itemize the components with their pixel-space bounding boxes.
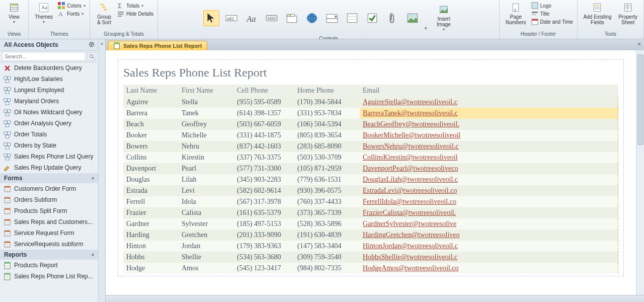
cell-first[interactable]: Pearl bbox=[179, 163, 234, 174]
cell-first[interactable]: Shellie bbox=[179, 252, 234, 263]
cell-last[interactable]: Ferrell bbox=[123, 196, 179, 207]
cell-last[interactable]: Collins bbox=[123, 152, 179, 163]
nav-item-report-1[interactable]: Sales Reps Phone List Rep... bbox=[0, 271, 98, 282]
cell-cell-phone[interactable]: (161) 635-5379 bbox=[234, 207, 294, 218]
cell-email[interactable]: GardnerSylvester@twotreesolive bbox=[360, 218, 618, 230]
cell-last[interactable]: Hinton bbox=[123, 241, 179, 252]
cell-home-phone[interactable]: (984) 802-7335 bbox=[294, 263, 360, 274]
group-sort-button[interactable]: Group & Sort bbox=[94, 1, 114, 26]
totals-button[interactable]: Σ Totals ▾ bbox=[117, 2, 153, 9]
tab-close-button[interactable]: × bbox=[637, 41, 641, 48]
datetime-button[interactable]: Date and Time bbox=[531, 18, 573, 25]
cell-home-phone[interactable]: (503) 530-3709 bbox=[294, 152, 360, 163]
cell-first[interactable]: Stella bbox=[179, 97, 234, 108]
hide-details-button[interactable]: Hide Details bbox=[117, 10, 153, 17]
nav-item-form-0[interactable]: Customers Order Form bbox=[0, 183, 98, 194]
cell-cell-phone[interactable]: (955) 595-0589 bbox=[234, 97, 294, 108]
cell-last[interactable]: Harding bbox=[123, 230, 179, 241]
button-control[interactable]: xxxx bbox=[264, 10, 280, 26]
search-input[interactable] bbox=[2, 52, 86, 61]
cell-home-phone[interactable]: (331) 953-7834 bbox=[294, 108, 360, 119]
cell-first[interactable]: Idola bbox=[179, 196, 234, 207]
cell-email[interactable]: AguirreStella@twotreesoliveoil.c bbox=[360, 97, 618, 108]
cell-cell-phone[interactable]: (337) 763-3375 bbox=[234, 152, 294, 163]
cell-first[interactable]: Michelle bbox=[179, 130, 234, 141]
cell-home-phone[interactable]: (805) 839-3654 bbox=[294, 130, 360, 141]
cell-last[interactable]: Booker bbox=[123, 130, 179, 141]
cell-cell-phone[interactable]: (331) 443-1875 bbox=[234, 130, 294, 141]
cell-cell-phone[interactable]: (185) 497-5153 bbox=[234, 218, 294, 230]
cell-cell-phone[interactable]: (503) 667-6059 bbox=[234, 119, 294, 130]
cell-cell-phone[interactable]: (577) 731-3300 bbox=[234, 163, 294, 174]
listbox-control[interactable] bbox=[344, 10, 360, 26]
nav-header[interactable]: All Access Objects ⓥ bbox=[0, 39, 98, 51]
tab-control[interactable] bbox=[284, 10, 300, 26]
cell-home-phone[interactable]: (105) 871-2959 bbox=[294, 163, 360, 174]
cell-last[interactable]: Gardner bbox=[123, 218, 179, 230]
cell-email[interactable]: DouglasLilah@twotreesoliveoil.c bbox=[360, 174, 618, 185]
cell-home-phone[interactable]: (147) 583-3404 bbox=[294, 241, 360, 252]
cell-cell-phone[interactable]: (179) 383-9363 bbox=[234, 241, 294, 252]
cell-email[interactable]: HodgeAmos@twotreesoliveoil.co bbox=[360, 263, 618, 274]
cell-email[interactable]: HobbsShellie@twotreesoliveoil.c bbox=[360, 252, 618, 263]
cell-first[interactable]: Lilah bbox=[179, 174, 234, 185]
cell-cell-phone[interactable]: (837) 442-1603 bbox=[234, 141, 294, 152]
nav-item-query-1[interactable]: High/Low Salaries bbox=[0, 73, 98, 85]
nav-item-form-3[interactable]: Sales Reps and Customers... bbox=[0, 216, 98, 228]
vertical-scrollbar[interactable] bbox=[636, 50, 644, 295]
cell-email[interactable]: FrazierCalista@twotreesoliveoil. bbox=[360, 207, 618, 218]
cell-home-phone[interactable]: (170) 394-5844 bbox=[294, 97, 360, 108]
cell-last[interactable]: Hobbs bbox=[123, 252, 179, 263]
cell-first[interactable]: Geoffrey bbox=[179, 119, 234, 130]
cell-home-phone[interactable]: (283) 685-8090 bbox=[294, 141, 360, 152]
combobox-control[interactable] bbox=[324, 10, 340, 26]
image-control[interactable] bbox=[405, 10, 421, 26]
textbox-control[interactable]: ab| bbox=[223, 10, 239, 26]
search-button[interactable] bbox=[87, 52, 96, 61]
controls-more[interactable]: ▾ bbox=[425, 26, 430, 31]
cell-last[interactable]: Davenport bbox=[123, 163, 179, 174]
cell-cell-phone[interactable]: (345) 903-2283 bbox=[234, 174, 294, 185]
nav-item-report-0[interactable]: Products Report bbox=[0, 260, 98, 271]
view-button[interactable]: View ▾ bbox=[4, 1, 24, 25]
cell-email[interactable]: BeachGeoffrey@twotreesoliveoil. bbox=[360, 119, 618, 130]
cell-cell-phone[interactable]: (614) 398-1357 bbox=[234, 108, 294, 119]
cell-cell-phone[interactable]: (534) 563-3680 bbox=[234, 252, 294, 263]
cell-first[interactable]: Calista bbox=[179, 207, 234, 218]
cell-first[interactable]: Kirestin bbox=[179, 152, 234, 163]
nav-dropdown-icon[interactable]: ⓥ bbox=[89, 41, 94, 48]
nav-item-query-6[interactable]: Order Totals bbox=[0, 129, 98, 140]
cell-first[interactable]: Jordan bbox=[179, 241, 234, 252]
logo-button[interactable]: Logo bbox=[531, 2, 573, 9]
add-existing-fields-button[interactable]: Add Existing Fields bbox=[582, 1, 614, 26]
nav-item-form-5[interactable]: ServiceRequests subform bbox=[0, 239, 98, 250]
nav-item-form-4[interactable]: Service Request Form bbox=[0, 228, 98, 239]
cell-email[interactable]: HardingGretchen@twotreesoliveo bbox=[360, 230, 618, 241]
cell-cell-phone[interactable]: (582) 602-9614 bbox=[234, 185, 294, 196]
nav-item-query-7[interactable]: Orders by State bbox=[0, 140, 98, 151]
cell-first[interactable]: Levi bbox=[179, 185, 234, 196]
cell-last[interactable]: Beach bbox=[123, 119, 179, 130]
cell-home-phone[interactable]: (760) 337-4433 bbox=[294, 196, 360, 207]
cell-email[interactable]: HintonJordan@twotreesoliveoil.c bbox=[360, 241, 618, 252]
cell-first[interactable]: Sylvester bbox=[179, 218, 234, 230]
cell-last[interactable]: Hodge bbox=[123, 263, 179, 274]
cell-home-phone[interactable]: (373) 365-7339 bbox=[294, 207, 360, 218]
cell-home-phone[interactable]: (309) 759-3540 bbox=[294, 252, 360, 263]
nav-item-query-5[interactable]: Order Analysis Query bbox=[0, 118, 98, 129]
nav-collapse-button[interactable]: « bbox=[98, 39, 105, 302]
property-sheet-button[interactable]: Property Sheet bbox=[616, 1, 639, 26]
insert-image-button[interactable]: Insert Image ▾ bbox=[434, 3, 454, 33]
cell-cell-phone[interactable]: (201) 333-9090 bbox=[234, 230, 294, 241]
title-button[interactable]: Title bbox=[531, 10, 573, 17]
cell-last[interactable]: Estrada bbox=[123, 185, 179, 196]
select-control[interactable] bbox=[203, 10, 219, 26]
nav-item-form-2[interactable]: Products Split Form bbox=[0, 205, 98, 216]
nav-section-reports[interactable]: Reports « bbox=[0, 250, 98, 260]
nav-item-query-2[interactable]: Longest Employed bbox=[0, 85, 98, 96]
themes-button[interactable]: Aa Themes ▾ bbox=[33, 1, 55, 25]
cell-last[interactable]: Barrera bbox=[123, 108, 179, 119]
cell-home-phone[interactable]: (779) 636-1531 bbox=[294, 174, 360, 185]
cell-first[interactable]: Tanek bbox=[179, 108, 234, 119]
cell-last[interactable]: Frazier bbox=[123, 207, 179, 218]
